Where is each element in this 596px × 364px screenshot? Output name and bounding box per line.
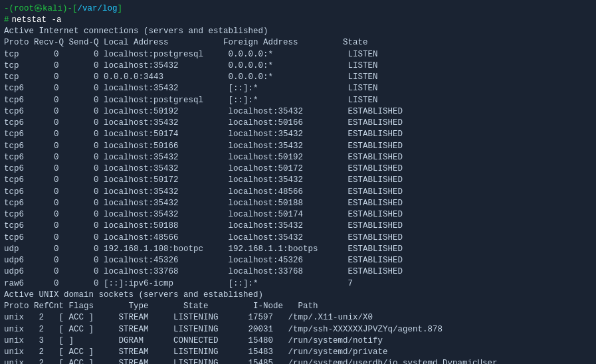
unix-row: unix 2 [ ACC ] STREAM LISTENING 15483 /r… bbox=[4, 347, 592, 358]
table-row: tcp6 0 0 localhost:50172 localhost:35432… bbox=[4, 175, 592, 186]
command-text: netstat -a bbox=[12, 15, 62, 25]
internet-title: Active Internet connections (servers and… bbox=[4, 26, 592, 37]
unix-title: Active UNIX domain sockets (servers and … bbox=[4, 290, 592, 301]
table-row: tcp 0 0 0.0.0.0:3443 0.0.0.0:* LISTEN bbox=[4, 72, 592, 83]
unix-rows: unix 2 [ ACC ] STREAM LISTENING 17597 /t… bbox=[4, 312, 592, 364]
table-row: raw6 0 0 [::]:ipv6-icmp [::]:* 7 bbox=[4, 278, 592, 290]
terminal: -(root㉿kali)-[/var/log] # netstat -a Act… bbox=[0, 0, 596, 364]
table-row: tcp6 0 0 localhost:50188 localhost:35432… bbox=[4, 221, 592, 232]
table-header: Proto Recv-Q Send-Q Local Address Foreig… bbox=[4, 37, 592, 48]
connection-rows: tcp 0 0 localhost:postgresql 0.0.0.0:* L… bbox=[4, 49, 592, 290]
table-row: tcp6 0 0 localhost:35432 localhost:50192… bbox=[4, 152, 592, 163]
prompt-path-bracket: )-[ bbox=[62, 4, 78, 13]
table-row: tcp 0 0 localhost:35432 0.0.0.0:* LISTEN bbox=[4, 60, 592, 72]
table-row: tcp6 0 0 localhost:48566 localhost:35432… bbox=[4, 232, 592, 244]
prompt-line: -(root㉿kali)-[/var/log] bbox=[4, 3, 592, 14]
table-row: tcp6 0 0 localhost:50166 localhost:35432… bbox=[4, 141, 592, 152]
table-row: tcp6 0 0 localhost:35432 localhost:48566… bbox=[4, 187, 592, 198]
table-row: tcp6 0 0 localhost:50192 localhost:35432… bbox=[4, 106, 592, 118]
table-row: udp 0 0 192.168.1.108:bootpc 192.168.1.1… bbox=[4, 244, 592, 255]
unix-row: unix 2 [ ACC ] STREAM LISTENING 15485 /r… bbox=[4, 358, 592, 364]
table-row: tcp6 0 0 localhost:postgresql [::]:* LIS… bbox=[4, 95, 592, 106]
table-row: tcp 0 0 localhost:postgresql 0.0.0.0:* L… bbox=[4, 49, 592, 60]
command-line: # netstat -a bbox=[4, 15, 592, 25]
unix-row: unix 2 [ ACC ] STREAM LISTENING 20031 /t… bbox=[4, 324, 592, 335]
prompt-path-close: ] bbox=[118, 4, 123, 13]
table-row: udp6 0 0 localhost:45326 localhost:45326… bbox=[4, 255, 592, 266]
prompt-path: /var/log bbox=[78, 4, 118, 13]
table-row: tcp6 0 0 localhost:35432 localhost:50174… bbox=[4, 209, 592, 221]
unix-header: Proto RefCnt Flags Type State I-Node Pat… bbox=[4, 301, 592, 312]
table-row: tcp6 0 0 localhost:50174 localhost:35432… bbox=[4, 129, 592, 140]
prompt-user: root bbox=[14, 4, 34, 13]
prompt-at: ㉿ bbox=[34, 3, 43, 14]
table-row: udp6 0 0 localhost:33768 localhost:33768… bbox=[4, 266, 592, 278]
unix-row: unix 3 [ ] DGRAM CONNECTED 15480 /run/sy… bbox=[4, 335, 592, 347]
unix-row: unix 2 [ ACC ] STREAM LISTENING 17597 /t… bbox=[4, 312, 592, 323]
prompt-hash: # bbox=[4, 15, 9, 25]
prompt-bracket-open: -( bbox=[4, 4, 14, 13]
prompt-host: kali bbox=[43, 4, 62, 13]
table-row: tcp6 0 0 localhost:35432 [::]:* LISTEN bbox=[4, 83, 592, 94]
table-row: tcp6 0 0 localhost:35432 localhost:50188… bbox=[4, 198, 592, 209]
table-row: tcp6 0 0 localhost:35432 localhost:50172… bbox=[4, 163, 592, 175]
table-row: tcp6 0 0 localhost:35432 localhost:50166… bbox=[4, 118, 592, 129]
